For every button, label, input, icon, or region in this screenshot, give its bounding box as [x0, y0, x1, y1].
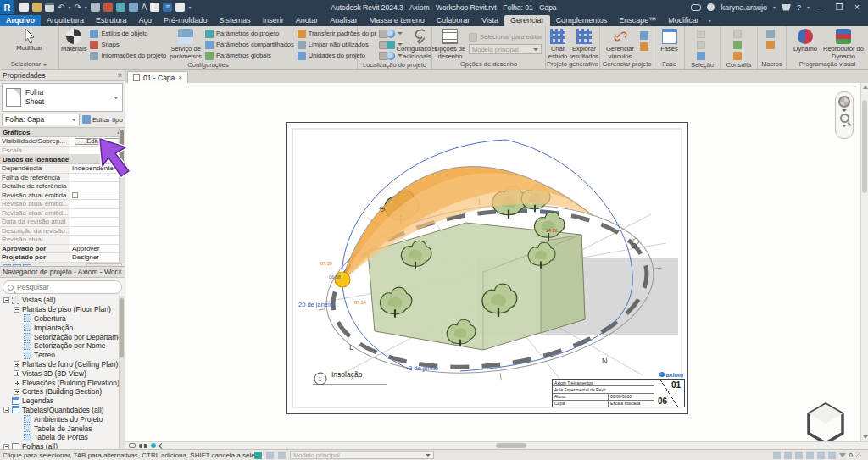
tab-vista[interactable]: Vista [476, 15, 504, 26]
wheel-caret-icon[interactable] [842, 109, 847, 112]
tab-aco[interactable]: Aço [133, 15, 159, 26]
redo-caret-icon[interactable]: ▾ [85, 4, 87, 10]
scroll-up-icon[interactable] [863, 86, 868, 89]
tree-cortes[interactable]: Cortes (Building Section) [0, 387, 125, 396]
steering-wheel-icon[interactable] [838, 96, 850, 108]
browser-scroll-thumb[interactable] [120, 298, 124, 357]
vscroll-thumb[interactable] [862, 100, 867, 193]
dynamo-button[interactable]: Dynamo [791, 28, 820, 53]
thin-lines-icon[interactable]: ≡ [163, 3, 172, 12]
design-options-status-icon[interactable] [266, 452, 274, 459]
instance-selector[interactable]: Folha: Capa [2, 114, 80, 125]
browser-search[interactable] [3, 280, 122, 294]
drawing-canvas[interactable]: S L N O 20 de janeiro 3 de junho 07:39 0… [125, 83, 860, 441]
panel-label-consulta[interactable]: Consulta [721, 61, 757, 69]
browser-header[interactable]: Navegador de projeto - Axiom - Workshop … [0, 267, 125, 278]
app-store-icon[interactable] [782, 4, 791, 11]
signed-in-user[interactable]: karyna.araujo [721, 3, 767, 12]
tree-plantas-forro[interactable]: Plantas de forro (Ceiling Plan) [0, 360, 125, 369]
tree-implantacao[interactable]: Implantação [0, 323, 125, 332]
parameter-service-button[interactable]: Serviço de parâmetros [170, 28, 202, 60]
undo-icon[interactable]: ↶ [58, 3, 64, 12]
browser-close-icon[interactable]: × [118, 268, 122, 276]
help-caret-icon[interactable]: ▾ [807, 4, 810, 10]
user-caret-icon[interactable]: ▾ [773, 4, 776, 10]
collapse-icon[interactable] [3, 407, 9, 413]
collapse-icon[interactable] [14, 307, 19, 313]
scroll-down-icon[interactable] [863, 435, 868, 439]
tab-sistemas[interactable]: Sistemas [214, 15, 257, 26]
tree-vistas-3d[interactable]: Vistas 3D (3D View) [0, 369, 125, 378]
scroll-left-icon[interactable] [159, 442, 164, 448]
tab-massa-terreno[interactable]: Massa e terreno [364, 15, 431, 26]
position-button[interactable] [387, 50, 403, 61]
tree-ambientes[interactable]: Ambientes do Projeto [0, 414, 125, 424]
canvas-vscrollbar[interactable] [860, 83, 868, 441]
type-selector[interactable]: FolhaSheet [2, 83, 123, 112]
close-button[interactable]: × [851, 3, 863, 12]
reveal-hidden-elements-icon[interactable] [151, 443, 156, 448]
object-styles-button[interactable]: Estilos de objeto [90, 28, 166, 39]
restore-button[interactable]: ❐ [833, 3, 845, 12]
panel-label-localizacao[interactable]: Localização do projeto [358, 61, 431, 69]
tab-enscape[interactable]: Enscape™ [613, 15, 662, 26]
snaps-button[interactable]: Snaps [90, 39, 166, 50]
revision-issued-checkbox[interactable] [72, 192, 78, 198]
panel-label-macros[interactable]: Macros [758, 60, 786, 69]
edit-type-button[interactable]: Editar tipo [82, 115, 123, 124]
date-label-june[interactable]: 3 de junho [409, 364, 438, 372]
close-hidden-windows-icon[interactable] [175, 3, 185, 12]
tab-modificar[interactable]: Modificar [662, 15, 705, 26]
canvas-hscrollbar[interactable] [167, 442, 868, 449]
panel-label-projeto-generativo[interactable]: Projeto generativo [546, 60, 599, 69]
measure-icon[interactable] [116, 3, 125, 12]
sheet-01-capa[interactable]: S L N O 20 de janeiro 3 de junho 07:39 0… [286, 122, 688, 414]
tree-elevacoes[interactable]: Elevações (Building Elevation) [0, 378, 125, 387]
tab-pre-moldado[interactable]: Pré-moldado [158, 15, 214, 26]
macro-security-button[interactable] [766, 39, 778, 50]
modify-button[interactable]: Modificar [11, 28, 48, 53]
warnings-button[interactable] [733, 50, 745, 61]
ribbon-display-caret-icon[interactable]: ▾ [709, 18, 711, 24]
expand-icon[interactable] [14, 370, 19, 376]
select-pinned-icon[interactable] [806, 452, 814, 459]
panel-label-fase[interactable]: Fase [654, 60, 684, 69]
expand-icon[interactable] [14, 361, 19, 367]
tab-arquivo[interactable]: Arquivo [0, 15, 41, 26]
tab-arquitetura[interactable]: Arquitetura [41, 15, 90, 26]
explore-outcomes-button[interactable]: Explorar resultados [570, 28, 598, 60]
materials-button[interactable]: Materiais [61, 28, 86, 53]
expand-icon[interactable] [14, 380, 19, 385]
select-underlay-icon[interactable] [795, 452, 803, 459]
tab-analisar[interactable]: Analisar [324, 15, 364, 26]
decal-button[interactable] [640, 41, 652, 52]
coordinates-button[interactable] [387, 39, 403, 50]
print-icon[interactable] [91, 3, 100, 12]
project-parameters-button[interactable]: Parâmetros do projeto [205, 28, 294, 39]
dynamo-player-button[interactable]: Reprodutor do Dynamo [823, 28, 864, 60]
properties-header[interactable]: Propriedades × [0, 70, 125, 81]
minimize-button[interactable]: – [815, 3, 827, 12]
visual-style-icon[interactable] [129, 443, 136, 448]
tab-estrutura[interactable]: Estrutura [90, 15, 133, 26]
qat-customize-caret-icon[interactable]: ▾ [188, 4, 191, 10]
select-by-id-button[interactable] [733, 39, 745, 50]
select-links-icon[interactable] [784, 452, 792, 459]
create-study-button[interactable]: Criar estudo [548, 28, 568, 60]
panel-label-opcoes-desenho[interactable]: Opções de desenho [432, 60, 545, 69]
tab-colaborar[interactable]: Colaborar [431, 15, 476, 26]
tree-plantas-piso[interactable]: Plantas de piso (Floor Plan) [0, 305, 125, 314]
redo-icon[interactable]: ↷ [74, 3, 81, 12]
view-tab-01-capa[interactable]: 01 - Capa × [127, 71, 188, 83]
shared-parameters-button[interactable]: Parâmetros compartilhados [205, 39, 294, 50]
collapse-icon[interactable] [3, 297, 9, 303]
drag-on-selection-icon[interactable] [828, 452, 836, 459]
design-options-button[interactable]: Opções de desenho [434, 28, 466, 60]
tab-gerenciar[interactable]: Gerenciar [504, 15, 550, 26]
tab-anotar[interactable]: Anotar [290, 15, 325, 26]
title-block[interactable]: ✕ axiom Axiom Treinamentos Aula Experime… [552, 370, 685, 407]
location-button[interactable] [387, 28, 403, 39]
panel-label-selecao[interactable]: Seleção [685, 61, 720, 69]
properties-close-icon[interactable]: × [118, 71, 122, 80]
temporary-hide-isolate-icon[interactable] [139, 444, 147, 448]
